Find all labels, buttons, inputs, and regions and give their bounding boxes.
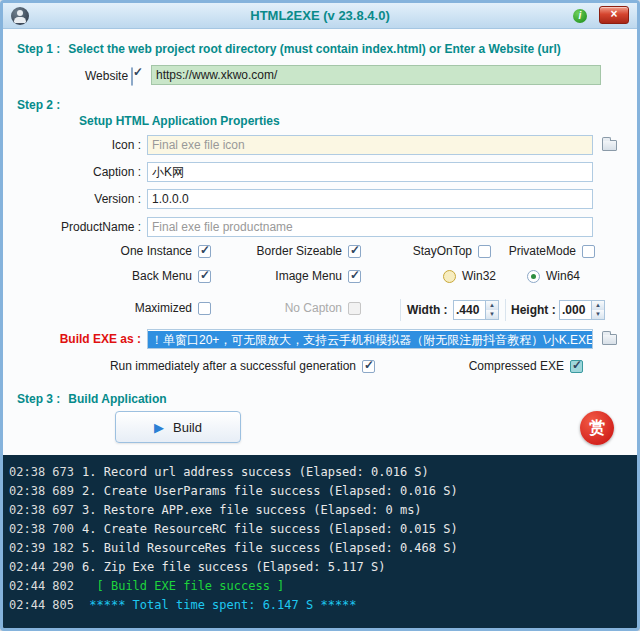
option-win32[interactable]: Win32 xyxy=(443,269,496,283)
log-timestamp: 02:38 673 xyxy=(9,463,74,482)
log-timestamp: 02:44 805 xyxy=(9,596,74,615)
win64-radio[interactable] xyxy=(527,270,540,283)
step3-title: Build Application xyxy=(68,392,166,406)
step3-label: Step 3 : xyxy=(17,392,60,406)
spin-down-icon[interactable]: ▼ xyxy=(592,310,604,319)
option-back-menu[interactable]: Back Menu xyxy=(99,269,211,283)
option-one-instance[interactable]: One Instance xyxy=(99,244,211,258)
productname-input[interactable] xyxy=(147,217,593,237)
log-message: 4. Create ResourceRC file success (Elaps… xyxy=(82,520,458,539)
step1-heading: Step 1 :Select the web project root dire… xyxy=(17,39,561,57)
option-win64[interactable]: Win64 xyxy=(527,269,580,283)
width-label: Width : xyxy=(407,303,448,317)
log-message: 3. Restore APP.exe file success (Elapsed… xyxy=(82,501,422,520)
option-label: PrivateMode xyxy=(509,244,576,258)
spin-up-icon[interactable]: ▲ xyxy=(486,301,498,310)
back-menu-checkbox[interactable] xyxy=(198,270,211,283)
width-spin-buttons[interactable]: ▲▼ xyxy=(485,301,498,319)
one-instance-checkbox[interactable] xyxy=(198,245,211,258)
width-spinner[interactable]: .440 ▲▼ xyxy=(453,300,499,320)
log-timestamp: 02:38 700 xyxy=(9,520,74,539)
height-spinner[interactable]: .000 ▲▼ xyxy=(559,300,605,320)
log-line: 02:44 805 ***** Total time spent: 6.147 … xyxy=(9,596,631,615)
build-exe-path-text: ！单窗口20+，可无限放大，支持云手机和模拟器（附无限注册抖音教程）\小K.EX… xyxy=(148,331,593,349)
reward-badge[interactable]: 赏 xyxy=(580,411,614,445)
step2-heading: Step 2 : xyxy=(17,95,60,113)
icon-label: Icon : xyxy=(11,138,141,152)
win32-radio[interactable] xyxy=(443,270,456,283)
log-line: 02:38 6731. Record url address success (… xyxy=(9,463,631,482)
build-exe-as-label: Build EXE as : xyxy=(11,332,141,346)
stay-on-top-checkbox[interactable] xyxy=(478,245,491,258)
build-exe-browse-folder-icon[interactable] xyxy=(602,334,617,345)
width-value: .440 xyxy=(454,301,485,319)
spin-down-icon[interactable]: ▼ xyxy=(486,310,498,319)
log-line: 02:38 6973. Restore APP.exe file success… xyxy=(9,501,631,520)
caption-input[interactable] xyxy=(147,162,593,182)
log-message: [ Build EXE file success ] xyxy=(82,577,284,596)
height-label: Height : xyxy=(511,303,556,317)
option-label: StayOnTop xyxy=(413,244,472,258)
option-maximized[interactable]: Maximized xyxy=(99,301,211,315)
build-button[interactable]: ▶ Build xyxy=(115,411,241,443)
option-border-sizeable[interactable]: Border Sizeable xyxy=(243,244,361,258)
website-input[interactable] xyxy=(151,65,601,85)
icon-browse-folder-icon[interactable] xyxy=(602,140,617,151)
title-bar[interactable]: HTML2EXE (v 23.8.4.0) i × xyxy=(3,3,637,29)
log-timestamp: 02:38 697 xyxy=(9,501,74,520)
option-label: Win32 xyxy=(462,269,496,283)
icon-input[interactable] xyxy=(147,135,593,155)
separator xyxy=(400,299,401,321)
build-exe-path-field[interactable]: ！单窗口20+，可无限放大，支持云手机和模拟器（附无限注册抖音教程）\小K.EX… xyxy=(147,329,593,349)
separator xyxy=(505,299,506,321)
website-label: Website xyxy=(85,69,128,83)
private-mode-checkbox[interactable] xyxy=(582,245,595,258)
image-menu-checkbox[interactable] xyxy=(348,270,361,283)
window-title: HTML2EXE (v 23.8.4.0) xyxy=(3,8,637,23)
option-private-mode[interactable]: PrivateMode xyxy=(497,244,595,258)
no-capton-checkbox xyxy=(348,302,361,315)
close-button[interactable]: × xyxy=(599,6,629,24)
height-spin-buttons[interactable]: ▲▼ xyxy=(591,301,604,319)
website-checkbox[interactable] xyxy=(131,67,133,86)
play-icon: ▶ xyxy=(154,420,164,435)
spin-up-icon[interactable]: ▲ xyxy=(592,301,604,310)
height-value: .000 xyxy=(560,301,591,319)
main-content: Step 1 :Select the web project root dire… xyxy=(3,29,637,455)
option-stay-on-top[interactable]: StayOnTop xyxy=(395,244,491,258)
option-label: Win64 xyxy=(546,269,580,283)
option-no-capton: No Capton xyxy=(243,301,361,315)
maximized-checkbox[interactable] xyxy=(198,302,211,315)
option-compressed-exe[interactable]: Compressed EXE xyxy=(473,359,583,373)
step2-label: Step 2 : xyxy=(17,98,60,112)
log-timestamp: 02:38 689 xyxy=(9,482,74,501)
log-timestamp: 02:44 290 xyxy=(9,558,74,577)
option-label: Back Menu xyxy=(132,269,192,283)
build-log-console[interactable]: 02:38 6731. Record url address success (… xyxy=(3,455,637,628)
step3-heading: Step 3 :Build Application xyxy=(17,389,167,407)
version-input[interactable] xyxy=(147,189,593,209)
run-immediately-checkbox[interactable] xyxy=(362,360,375,373)
option-run-immediately[interactable]: Run immediately after a successful gener… xyxy=(99,359,375,373)
option-label: No Capton xyxy=(285,301,342,315)
step1-label: Step 1 : xyxy=(17,42,60,56)
option-label: Image Menu xyxy=(275,269,342,283)
log-message: 1. Record url address success (Elapsed: … xyxy=(82,463,429,482)
compressed-exe-checkbox[interactable] xyxy=(570,360,583,373)
version-label: Version : xyxy=(11,192,141,206)
log-timestamp: 02:39 182 xyxy=(9,539,74,558)
caption-label: Caption : xyxy=(11,165,141,179)
log-line: 02:39 1825. Build ResourceRes file succe… xyxy=(9,539,631,558)
log-message: 5. Build ResourceRes file success (Elaps… xyxy=(82,539,458,558)
option-image-menu[interactable]: Image Menu xyxy=(243,269,361,283)
step1-instruction: Select the web project root directory (m… xyxy=(68,42,561,56)
log-timestamp: 02:44 802 xyxy=(9,577,74,596)
log-message: ***** Total time spent: 6.147 S ***** xyxy=(82,596,357,615)
productname-label: ProductName : xyxy=(11,220,141,234)
log-line: 02:38 6892. Create UserParams file succe… xyxy=(9,482,631,501)
step2-subtitle: Setup HTML Application Properties xyxy=(79,114,280,128)
build-button-label: Build xyxy=(173,420,202,435)
log-line: 02:44 802 [ Build EXE file success ] xyxy=(9,577,631,596)
info-icon[interactable]: i xyxy=(573,9,587,23)
border-sizeable-checkbox[interactable] xyxy=(348,245,361,258)
